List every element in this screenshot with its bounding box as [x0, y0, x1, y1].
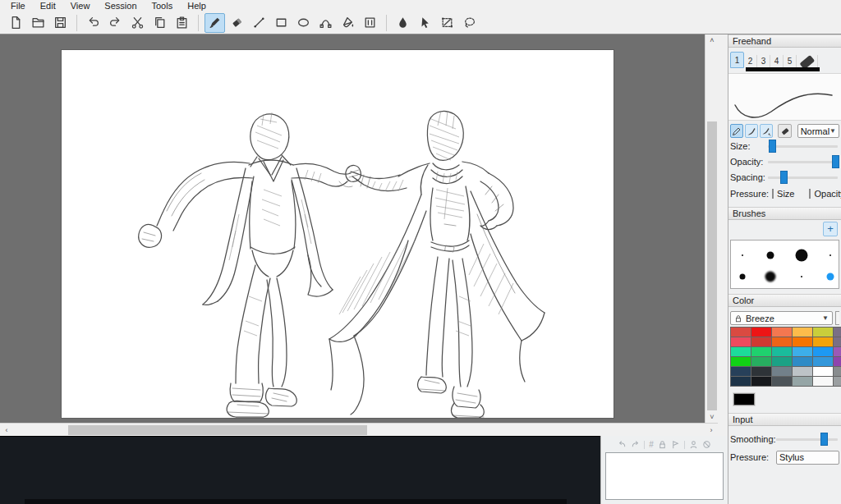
size-slider-handle[interactable]	[769, 140, 776, 153]
rect-select-tool-button[interactable]	[437, 13, 457, 33]
drawing-canvas[interactable]	[62, 50, 614, 418]
menu-tools[interactable]: Tools	[145, 0, 181, 11]
save-file-button[interactable]	[50, 13, 71, 33]
brush-slot-2[interactable]: 2	[744, 55, 757, 68]
color-swatch[interactable]	[793, 357, 812, 366]
color-swatch[interactable]	[772, 328, 792, 337]
horizontal-scrollbar[interactable]: ‹ ›	[0, 423, 718, 436]
brush-preset[interactable]	[765, 272, 776, 282]
pointer-flag-icon[interactable]	[671, 440, 680, 449]
brush-preset[interactable]	[767, 252, 774, 259]
size-slider[interactable]	[768, 145, 838, 148]
input-dock-header[interactable]: Input	[728, 413, 841, 426]
hash-icon[interactable]: #	[649, 440, 654, 449]
bezier-tool-button[interactable]	[315, 13, 336, 33]
pressure-opacity-checkbox[interactable]	[809, 189, 811, 199]
menu-edit[interactable]: Edit	[33, 0, 63, 11]
color-swatch[interactable]	[731, 367, 751, 376]
chat-input[interactable]	[25, 499, 567, 504]
brush-slot-1[interactable]: 1	[730, 52, 744, 68]
vertical-scrollbar[interactable]: ˄ ˅	[705, 34, 718, 423]
color-swatch[interactable]	[834, 328, 841, 337]
cut-button[interactable]	[127, 13, 148, 33]
color-swatch[interactable]	[772, 357, 792, 366]
brush-preset[interactable]	[830, 254, 831, 256]
color-swatch[interactable]	[793, 328, 812, 337]
color-palette-grid[interactable]	[730, 327, 841, 387]
canvas-viewport[interactable]	[0, 34, 705, 423]
color-swatch[interactable]	[834, 337, 841, 346]
pressure-size-checkbox[interactable]	[772, 189, 774, 199]
color-swatch[interactable]	[772, 347, 792, 356]
spacing-slider-handle[interactable]	[780, 171, 788, 184]
pressure-brush-mode-button[interactable]	[760, 124, 773, 138]
eraser-mode-button[interactable]	[778, 124, 791, 138]
color-swatch[interactable]	[793, 377, 812, 386]
brush-slot-3[interactable]: 3	[757, 55, 770, 68]
brush-slot-4[interactable]: 4	[770, 55, 784, 68]
undo-button[interactable]	[83, 13, 103, 33]
opacity-slider-handle[interactable]	[832, 155, 839, 168]
color-swatch[interactable]	[751, 328, 771, 337]
blend-mode-select[interactable]: Normal▼	[797, 124, 839, 138]
color-swatch[interactable]	[813, 337, 833, 346]
color-swatch[interactable]	[772, 377, 792, 386]
lock-icon[interactable]	[658, 440, 667, 449]
brush-slot-eraser-tab[interactable]	[797, 55, 818, 68]
brushes-dock-header[interactable]: Brushes	[728, 207, 841, 220]
chat-area[interactable]	[0, 436, 600, 504]
brush-preset[interactable]	[742, 254, 743, 256]
color-swatch[interactable]	[772, 367, 792, 376]
brush-preset[interactable]	[827, 273, 834, 281]
color-swatch[interactable]	[751, 377, 771, 386]
color-swatch[interactable]	[731, 328, 751, 337]
brush-slot-5[interactable]: 5	[784, 55, 797, 68]
pencil-mode-button[interactable]	[730, 124, 743, 138]
color-swatch[interactable]	[751, 337, 771, 346]
vertical-scroll-thumb[interactable]	[707, 121, 717, 410]
add-brush-button[interactable]: +	[823, 222, 838, 236]
brush-preset[interactable]	[796, 250, 808, 262]
palette-select[interactable]: Breeze ▼	[730, 311, 833, 325]
color-swatch[interactable]	[813, 357, 833, 366]
smoothing-slider-handle[interactable]	[820, 433, 828, 446]
redo-button[interactable]	[105, 13, 126, 33]
freehand-tool-button[interactable]	[205, 13, 225, 33]
opacity-slider[interactable]	[768, 161, 838, 163]
undo-small-icon[interactable]	[618, 440, 627, 449]
scroll-up-arrow[interactable]: ˄	[705, 34, 719, 46]
color-swatch[interactable]	[834, 357, 841, 366]
color-swatch[interactable]	[751, 357, 771, 366]
ellipse-tool-button[interactable]	[293, 13, 314, 33]
current-color-swatch[interactable]	[733, 393, 755, 405]
line-tool-button[interactable]	[249, 13, 269, 33]
eraser-tool-button[interactable]	[227, 13, 247, 33]
color-swatch[interactable]	[772, 337, 792, 346]
laser-pointer-tool-button[interactable]	[415, 13, 435, 33]
horizontal-scroll-thumb[interactable]	[68, 425, 367, 435]
annotation-tool-button[interactable]	[360, 13, 380, 33]
color-swatch[interactable]	[834, 377, 841, 386]
user-icon[interactable]	[689, 440, 698, 449]
menu-help[interactable]: Help	[180, 0, 214, 11]
copy-button[interactable]	[149, 13, 170, 33]
brush-mode-button[interactable]	[745, 124, 758, 138]
paste-button[interactable]	[172, 13, 192, 33]
color-swatch[interactable]	[834, 347, 841, 356]
freehand-dock-header[interactable]: Freehand	[728, 34, 841, 48]
palette-extra-button[interactable]	[835, 311, 839, 325]
color-swatch[interactable]	[793, 337, 812, 346]
color-swatch[interactable]	[793, 347, 812, 356]
smoothing-slider[interactable]	[776, 438, 838, 441]
menu-view[interactable]: View	[63, 0, 98, 11]
rectangle-tool-button[interactable]	[271, 13, 292, 33]
color-swatch[interactable]	[731, 357, 751, 366]
brush-preset-grid[interactable]	[730, 240, 839, 289]
color-swatch[interactable]	[834, 367, 841, 376]
color-swatch[interactable]	[731, 377, 751, 386]
scroll-right-arrow[interactable]: ›	[705, 424, 718, 437]
block-icon[interactable]	[702, 440, 711, 449]
brush-preset[interactable]	[801, 276, 802, 277]
lasso-select-tool-button[interactable]	[459, 13, 480, 33]
color-picker-tool-button[interactable]	[393, 13, 413, 33]
